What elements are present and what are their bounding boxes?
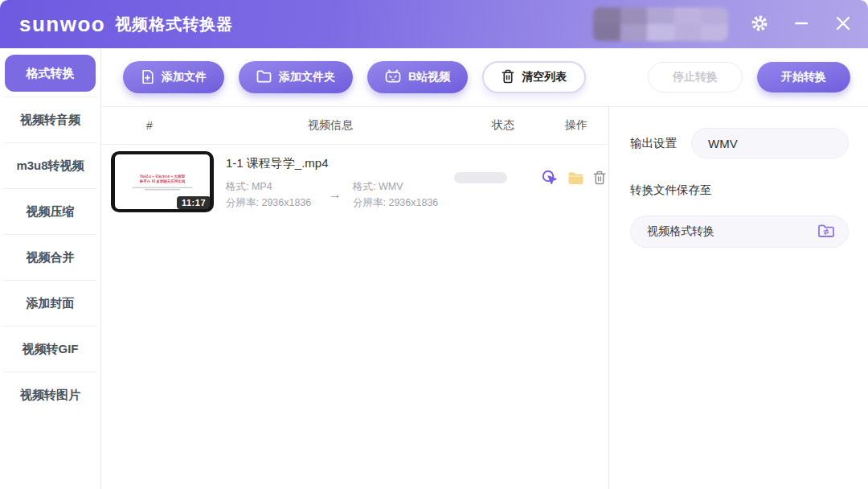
target-format: 格式: WMV [353,179,454,195]
change-folder-icon [817,224,835,240]
video-thumbnail: Vue3.x + Electron + 大模型 跨平台 AI 桌面聊天应用实战 … [111,151,214,212]
duration-badge: 11:17 [177,196,211,209]
sidebar-item-video-compress[interactable]: 视频压缩 [3,188,97,234]
add-folder-button[interactable]: 添加文件夹 [239,61,353,93]
source-format: 格式: MP4 [226,179,327,195]
file-name: 1-1 课程导学_.mp4 [226,156,454,171]
play-preview-button[interactable] [541,169,559,189]
bilibili-video-button[interactable]: B站视频 [367,61,468,93]
add-folder-icon [256,70,272,85]
minimize-icon [795,17,808,32]
bilibili-label: B站视频 [408,70,450,84]
add-folder-label: 添加文件夹 [279,70,335,84]
sidebar-item-format-convert[interactable]: 格式转换 [5,55,96,92]
settings-gear-button[interactable] [749,14,770,35]
bilibili-tv-icon [385,69,401,85]
output-format-value: WMV [708,137,738,150]
censored-account-info [593,7,728,41]
target-resolution: 分辨率: 2936x1836 [353,195,454,211]
app-title: 视频格式转换器 [115,14,233,35]
sidebar-item-m3u8-to-video[interactable]: m3u8转视频 [3,142,97,188]
sidebar-item-video-to-image[interactable]: 视频转图片 [3,372,97,417]
sidebar-item-video-to-gif[interactable]: 视频转GIF [3,326,97,372]
sidebar-item-video-merge[interactable]: 视频合并 [3,234,97,280]
sidebar-item-add-cover[interactable]: 添加封面 [3,280,97,326]
convert-arrow-icon: → [329,187,342,202]
row-actions [541,151,606,189]
toolbar: 添加文件 添加文件夹 [101,48,868,107]
clear-list-button[interactable]: 清空列表 [482,61,586,93]
sidebar: 格式转换 视频转音频 m3u8转视频 视频压缩 视频合并 添加封面 视频转GIF… [0,48,101,489]
save-path-label: 转换文件保存至 [630,183,849,198]
minimize-button[interactable] [791,14,812,35]
close-icon [836,16,850,33]
trash-icon [502,69,514,86]
stop-convert-button[interactable]: 停止转换 [648,62,743,92]
thumbnail-text-line1: Vue3.x + Electron + 大模型 [133,174,193,179]
thumbnail-small-text [133,187,193,190]
column-header-index: # [101,119,198,132]
source-resolution: 分辨率: 2936x1836 [226,195,327,211]
list-header: # 视频信息 状态 操作 [101,107,608,145]
app-logo: sunwoo [19,12,105,37]
column-header-actions: 操作 [543,118,609,133]
status-cell [454,151,530,183]
progress-bar [454,172,507,183]
column-header-info: 视频信息 [198,118,463,133]
gear-icon [751,14,768,35]
delete-trash-icon [593,171,606,187]
clear-list-label: 清空列表 [522,70,567,84]
start-convert-button[interactable]: 开始转换 [757,62,850,92]
thumbnail-text-line2: 跨平台 AI 桌面聊天应用实战 [133,179,193,183]
output-format-select[interactable]: WMV [691,128,849,158]
target-format-info: 格式: WMV 分辨率: 2936x1836 [353,179,454,211]
column-header-status: 状态 [463,118,543,133]
app-window: sunwoo 视频格式转换器 [0,0,868,489]
titlebar: sunwoo 视频格式转换器 [0,0,868,48]
save-path-value: 视频格式转换 [647,224,714,239]
folder-icon [567,171,584,187]
source-format-info: 格式: MP4 分辨率: 2936x1836 [226,179,327,211]
add-file-label: 添加文件 [162,70,207,84]
add-file-button[interactable]: 添加文件 [123,61,224,93]
output-settings-panel: 输出设置 WMV 转换文件保存至 视频格式转换 [609,107,868,489]
sidebar-item-video-to-audio[interactable]: 视频转音频 [3,97,97,142]
output-settings-label: 输出设置 [630,136,677,151]
save-path-field[interactable]: 视频格式转换 [630,216,849,248]
close-button[interactable] [833,14,854,35]
delete-row-button[interactable] [593,171,606,187]
play-cursor-icon [541,169,559,189]
add-file-icon [141,69,154,86]
file-list-row[interactable]: Vue3.x + Electron + 大模型 跨平台 AI 桌面聊天应用实战 … [101,145,608,212]
open-folder-button[interactable] [567,171,584,187]
file-list: # 视频信息 状态 操作 Vue3.x + Electron + 大模型 跨平台… [101,107,609,489]
